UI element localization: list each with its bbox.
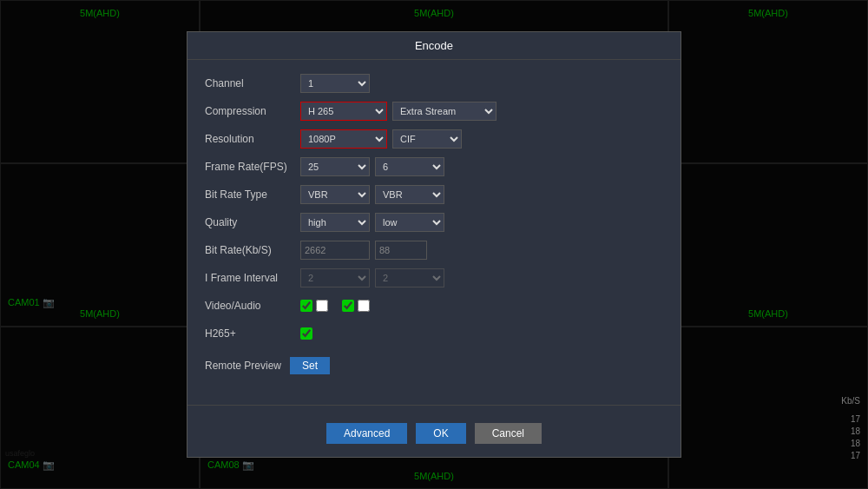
channel-row: Channel 1 2 3 4 [205,73,663,94]
ok-button[interactable]: OK [416,423,465,444]
modal-title: Encode [187,32,681,60]
quality-row: Quality highest higher high medium low l… [205,212,663,233]
modal-body: Channel 1 2 3 4 Compression H 265 H 26 [187,60,681,387]
i-frame-label: I Frame Interval [205,272,300,284]
resolution-controls: 1080P 720P CIF CIF QCIF D1 [300,129,663,149]
resolution-extra-select[interactable]: CIF QCIF D1 [392,129,462,149]
h265plus-label: H265+ [205,327,300,340]
advanced-button[interactable]: Advanced [326,423,407,444]
video-audio-controls [300,300,663,312]
main-video-audio-group [300,300,328,312]
set-button[interactable]: Set [290,357,330,374]
h265plus-controls [300,327,663,340]
i-frame-main-select[interactable]: 2 [300,268,370,287]
i-frame-row: I Frame Interval 2 2 [205,268,663,288]
compression-controls: H 265 H 264 Extra Stream Main Stream [300,102,663,121]
cancel-button[interactable]: Cancel [475,423,542,444]
extra-video-audio-group [342,300,370,312]
extra-video-checkbox[interactable] [342,300,354,312]
main-audio-checkbox[interactable] [316,300,328,312]
extra-audio-checkbox[interactable] [358,300,370,312]
modal-footer: Advanced OK Cancel [187,405,681,457]
compression-main-select[interactable]: H 265 H 264 [300,102,387,121]
bit-rate-type-label: Bit Rate Type [205,188,300,201]
channel-label: Channel [205,77,300,89]
modal-overlay: Encode Channel 1 2 3 4 Compression [0,0,868,489]
bit-rate-type-row: Bit Rate Type VBR CBR VBR CBR [205,184,663,205]
i-frame-controls: 2 2 [300,268,663,287]
quality-label: Quality [205,216,300,228]
video-audio-label: Video/Audio [205,300,300,312]
frame-rate-controls: 25 20 15 10 5 6 5 4 3 2 1 [300,157,663,176]
frame-rate-label: Frame Rate(FPS) [205,161,300,173]
frame-rate-row: Frame Rate(FPS) 25 20 15 10 5 6 5 4 3 [205,156,663,177]
resolution-main-select[interactable]: 1080P 720P CIF [300,129,387,149]
quality-controls: highest higher high medium low lowest hi… [300,213,663,232]
compression-label: Compression [205,105,300,117]
quality-extra-select[interactable]: highest higher high medium low lowest [375,213,444,232]
channel-select[interactable]: 1 2 3 4 [300,74,370,93]
remote-preview-row: Remote Preview Set [205,357,663,374]
video-audio-row: Video/Audio [205,295,663,316]
main-video-checkbox[interactable] [300,300,312,312]
remote-preview-label: Remote Preview [205,360,281,372]
compression-row: Compression H 265 H 264 Extra Stream Mai… [205,101,663,122]
bit-rate-row: Bit Rate(Kb/S) [205,240,663,261]
bit-rate-controls [300,241,663,260]
encode-modal: Encode Channel 1 2 3 4 Compression [187,31,681,458]
bit-rate-type-extra-select[interactable]: VBR CBR [375,185,444,204]
bit-rate-extra-input[interactable] [375,241,427,260]
frame-rate-extra-select[interactable]: 6 5 4 3 2 1 [375,157,444,176]
channel-controls: 1 2 3 4 [300,74,663,93]
quality-main-select[interactable]: highest higher high medium low lowest [300,213,370,232]
resolution-label: Resolution [205,133,300,145]
bit-rate-label: Bit Rate(Kb/S) [205,244,300,256]
resolution-row: Resolution 1080P 720P CIF CIF QCIF D1 [205,129,663,149]
bit-rate-type-main-select[interactable]: VBR CBR [300,185,370,204]
h265plus-row: H265+ [205,323,663,344]
i-frame-extra-select[interactable]: 2 [375,268,444,287]
h265plus-checkbox[interactable] [300,327,312,340]
compression-extra-select[interactable]: Extra Stream Main Stream [392,102,496,121]
frame-rate-main-select[interactable]: 25 20 15 10 5 [300,157,370,176]
bit-rate-main-input[interactable] [300,241,370,260]
bit-rate-type-controls: VBR CBR VBR CBR [300,185,663,204]
